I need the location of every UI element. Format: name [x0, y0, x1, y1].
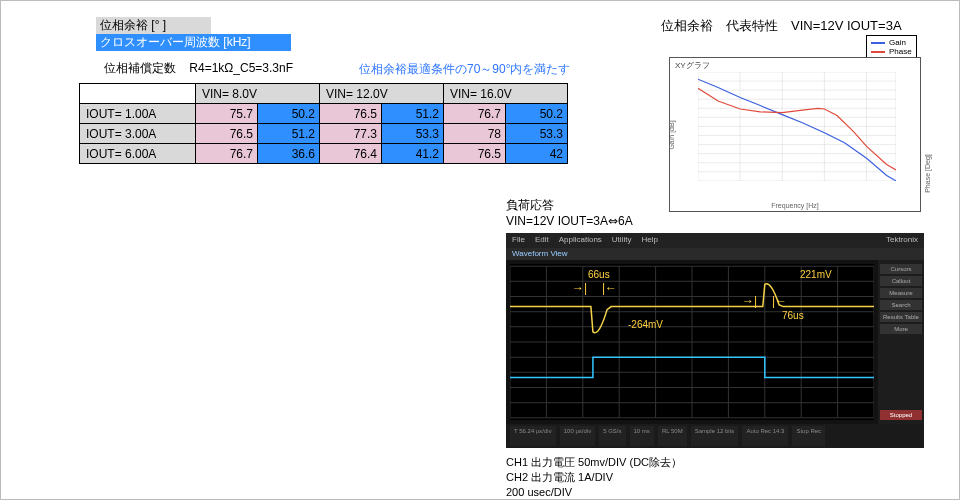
load-response-heading: 負荷応答 — [506, 197, 633, 214]
ann-t-fall: 66us — [588, 269, 610, 280]
scope-sidebar: Cursors Callout Measure Search Results T… — [878, 260, 924, 424]
col-vin-0: VIN= 8.0V — [196, 84, 320, 104]
arrow-icon: →| — [572, 281, 587, 295]
gain-swatch — [871, 42, 885, 44]
ch2-label: CH2 出力電流 1A/DIV — [506, 470, 682, 485]
scope-btn-search: Search — [880, 300, 922, 310]
table-header-row: VIN= 8.0V VIN= 12.0V VIN= 16.0V — [80, 84, 568, 104]
ann-v-neg: -264mV — [628, 319, 663, 330]
compensation-constants: 位相補償定数 R4=1kΩ_C5=3.3nF — [104, 60, 293, 77]
scope-btn-callout: Callout — [880, 276, 922, 286]
scope-brand: Tektronix — [886, 235, 918, 246]
col-vin-1: VIN= 12.0V — [320, 84, 444, 104]
scope-subbar: Waveform View — [506, 248, 924, 260]
compensation-value: R4=1kΩ_C5=3.3nF — [189, 61, 293, 75]
scope-btn-stopped: Stopped — [880, 410, 922, 420]
arrow-icon: |← — [772, 294, 787, 308]
bode-title: 位相余裕 代表特性 VIN=12V IOUT=3A — [661, 17, 902, 35]
compensation-label: 位相補償定数 — [104, 61, 176, 75]
scope-statusbar: T 56.24 µs/div 100 µs/div 5 GS/s 10 ms R… — [506, 424, 924, 448]
scope-btn-measure: Measure — [880, 288, 922, 298]
row-iout-0: IOUT= 1.00A — [80, 104, 196, 124]
scope-menubar: File Edit Applications Utility Help Tekt… — [506, 233, 924, 248]
bode-plot: XYグラフ Gain [dB] Phase [Deg] Frequency [H… — [669, 57, 921, 212]
row-iout-1: IOUT= 3.00A — [80, 124, 196, 144]
scope-grid: 66us →| |← -264mV 221mV →| |← 76us — [510, 264, 874, 420]
table-row: IOUT= 3.00A 76.551.2 77.353.3 7853.3 — [80, 124, 568, 144]
scope-btn-results: Results Table — [880, 312, 922, 322]
bode-legend: Gain Phase — [866, 35, 917, 59]
legend-crossover: クロスオーバー周波数 [kHz] — [96, 34, 291, 51]
results-table: VIN= 8.0V VIN= 12.0V VIN= 16.0V IOUT= 1.… — [79, 83, 568, 164]
condition-note: 位相余裕最適条件の70～90°内を満たす — [359, 61, 571, 78]
scope-menu-file: File — [512, 235, 525, 246]
ann-t-rise: 76us — [782, 310, 804, 321]
row-iout-2: IOUT= 6.00A — [80, 144, 196, 164]
ch1-label: CH1 出力電圧 50mv/DIV (DC除去） — [506, 455, 682, 470]
scope-menu-apps: Applications — [559, 235, 602, 246]
bode-xlabel: Frequency [Hz] — [771, 202, 818, 209]
load-response-label: 負荷応答 VIN=12V IOUT=3A⇔6A — [506, 197, 633, 228]
table-row: IOUT= 6.00A 76.736.6 76.441.2 76.542 — [80, 144, 568, 164]
table-row: IOUT= 1.00A 75.750.2 76.551.2 76.750.2 — [80, 104, 568, 124]
bode-ylabel-right: Phase [Deg] — [924, 154, 931, 193]
legend-box: 位相余裕 [° ] クロスオーバー周波数 [kHz] — [96, 17, 326, 51]
timebase-label: 200 usec/DIV — [506, 485, 682, 500]
arrow-icon: |← — [602, 281, 617, 295]
channel-labels: CH1 出力電圧 50mv/DIV (DC除去） CH2 出力電流 1A/DIV… — [506, 455, 682, 500]
ann-v-pos: 221mV — [800, 269, 832, 280]
load-response-cond: VIN=12V IOUT=3A⇔6A — [506, 214, 633, 228]
bode-plot-title: XYグラフ — [675, 60, 710, 71]
bode-svg — [698, 72, 896, 181]
col-vin-2: VIN= 16.0V — [444, 84, 568, 104]
scope-menu-help: Help — [641, 235, 657, 246]
table-corner-cell — [80, 84, 196, 104]
scope-btn-more: More — [880, 324, 922, 334]
phase-swatch — [871, 51, 885, 53]
bode-ylabel-left: Gain [dB] — [668, 120, 675, 149]
scope-btn-cursors: Cursors — [880, 264, 922, 274]
scope-menu-utility: Utility — [612, 235, 632, 246]
legend-phase-margin: 位相余裕 [° ] — [96, 17, 211, 34]
arrow-icon: →| — [742, 294, 757, 308]
scope-menu-edit: Edit — [535, 235, 549, 246]
scope-waveforms — [510, 264, 874, 420]
oscilloscope-screenshot: File Edit Applications Utility Help Tekt… — [506, 233, 924, 448]
